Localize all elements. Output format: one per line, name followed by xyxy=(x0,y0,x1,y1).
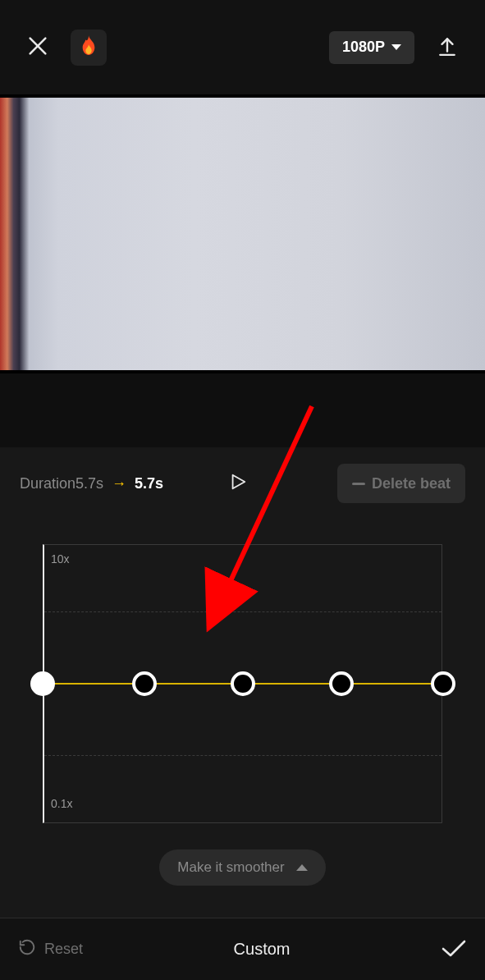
export-button[interactable] xyxy=(429,30,465,66)
make-smoother-button[interactable]: Make it smoother xyxy=(159,849,325,886)
duration-new: 5.7s xyxy=(135,475,163,492)
play-button[interactable] xyxy=(229,472,247,495)
resolution-dropdown[interactable]: 1080P xyxy=(329,31,414,64)
upload-icon xyxy=(437,35,458,60)
bottom-toolbar: Reset Custom xyxy=(0,918,485,980)
reset-icon xyxy=(18,938,36,960)
video-preview[interactable] xyxy=(0,94,485,373)
effects-button[interactable] xyxy=(71,30,107,66)
duration-label: Duration xyxy=(20,475,75,492)
reset-label: Reset xyxy=(44,941,83,958)
close-icon xyxy=(26,34,49,61)
minus-icon xyxy=(352,483,365,485)
top-toolbar: 1080P xyxy=(0,0,485,94)
duration-row: Duration 5.7s → 5.7s Delete beat xyxy=(20,464,465,503)
app-root: 1080P Duration 5.7s → 5.7s xyxy=(0,0,485,980)
smoother-row: Make it smoother xyxy=(20,849,465,905)
mode-label: Custom xyxy=(83,940,441,959)
curve-point[interactable] xyxy=(231,671,255,696)
curve-point[interactable] xyxy=(431,671,455,696)
smoother-label: Make it smoother xyxy=(177,859,284,876)
chart-gridline xyxy=(44,755,442,756)
reset-button[interactable]: Reset xyxy=(18,938,83,960)
chart-plot-area xyxy=(43,544,442,823)
delete-beat-label: Delete beat xyxy=(372,475,451,492)
y-tick-min: 0.1x xyxy=(51,797,72,810)
speed-curve-chart[interactable]: 10x 0.1x xyxy=(20,544,465,823)
resolution-label: 1080P xyxy=(342,39,385,56)
curve-point[interactable] xyxy=(30,671,55,696)
chart-gridline xyxy=(44,611,442,612)
chevron-up-icon xyxy=(296,864,308,871)
confirm-button[interactable] xyxy=(441,939,467,960)
gap xyxy=(0,373,485,447)
curve-point[interactable] xyxy=(132,671,157,696)
delete-beat-button[interactable]: Delete beat xyxy=(337,464,465,503)
play-icon xyxy=(229,480,247,494)
duration-original: 5.7s xyxy=(75,475,103,492)
check-icon xyxy=(441,946,467,959)
close-button[interactable] xyxy=(20,30,56,66)
speed-curve-panel: Duration 5.7s → 5.7s Delete beat xyxy=(0,447,485,905)
arrow-right-icon: → xyxy=(112,475,126,492)
y-tick-max: 10x xyxy=(51,552,70,566)
chevron-down-icon xyxy=(391,44,401,50)
preview-frame xyxy=(0,98,485,370)
flame-icon xyxy=(80,35,98,60)
curve-point[interactable] xyxy=(329,671,354,696)
svg-marker-4 xyxy=(233,475,245,489)
